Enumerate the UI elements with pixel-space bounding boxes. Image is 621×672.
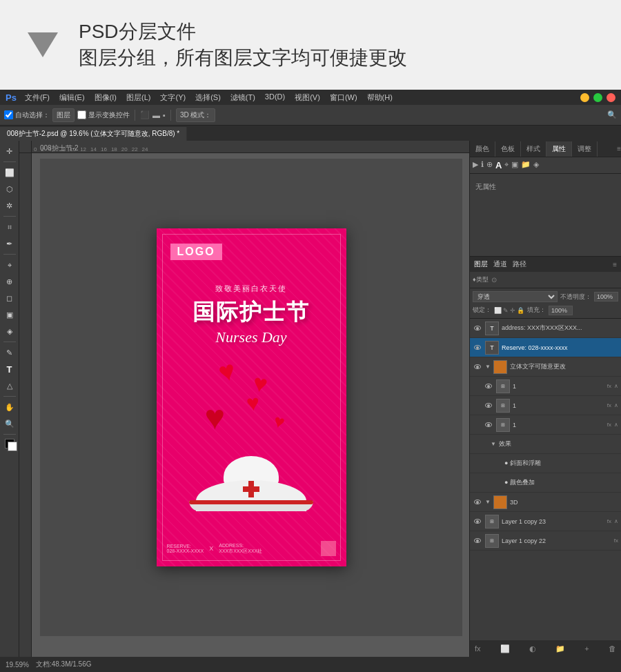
- blend-mode-dropdown[interactable]: 穿透 正常: [473, 291, 558, 302]
- layer-visibility-eye[interactable]: [484, 382, 493, 391]
- tab-styles[interactable]: 样式: [521, 141, 546, 157]
- layer-visibility-eye[interactable]: [473, 362, 482, 372]
- layer-item[interactable]: ⊞ 1 fx ∧: [470, 396, 621, 415]
- menu-window[interactable]: 窗口(W): [326, 91, 362, 104]
- move-tool[interactable]: ✛: [2, 144, 17, 159]
- layer-visibility-eye[interactable]: [473, 324, 482, 333]
- layer-item[interactable]: ⊞ 1 fx ∧: [470, 377, 621, 396]
- auto-select-input[interactable]: [4, 110, 13, 119]
- clone-tool[interactable]: ⊕: [2, 274, 17, 289]
- folder-icon[interactable]: 📁: [521, 160, 531, 170]
- layer-visibility-eye[interactable]: [473, 497, 482, 507]
- layer-item[interactable]: T Reserve: 028-xxxx-xxxx: [470, 338, 621, 357]
- text-icon[interactable]: A: [495, 160, 502, 170]
- adjustment-button[interactable]: ◐: [527, 644, 538, 653]
- menu-filter[interactable]: 滤镜(T): [226, 91, 259, 104]
- menu-select[interactable]: 选择(S): [191, 91, 225, 104]
- box-icon[interactable]: ▣: [511, 160, 518, 170]
- cursor-icon[interactable]: ⌖: [504, 160, 509, 170]
- tab-paths[interactable]: 路径: [513, 259, 526, 269]
- layer-visibility-eye[interactable]: [473, 536, 482, 546]
- menu-edit[interactable]: 编辑(E): [55, 91, 89, 104]
- eraser-tool[interactable]: ◻: [2, 290, 17, 306]
- layer-item-group[interactable]: ▼ 立体文字可随意更改: [470, 357, 621, 377]
- opacity-value[interactable]: 100%: [594, 292, 618, 302]
- tab-color[interactable]: 颜色: [470, 141, 495, 157]
- gradient-tool[interactable]: ▣: [2, 307, 17, 322]
- expand-icon[interactable]: ∧: [614, 422, 618, 428]
- effect-arrow-icon[interactable]: ▼: [491, 441, 496, 447]
- search-icon[interactable]: 🔍: [607, 110, 617, 119]
- blur-tool[interactable]: ◈: [2, 324, 17, 339]
- tab-layers[interactable]: 图层: [474, 259, 488, 269]
- expand-icon[interactable]: ∧: [614, 402, 618, 408]
- window-controls[interactable]: [580, 93, 615, 102]
- crop-tool[interactable]: ⌗: [2, 219, 17, 235]
- layers-menu-btn[interactable]: ≡: [613, 261, 617, 268]
- shape-tool[interactable]: △: [2, 378, 17, 393]
- fill-value[interactable]: 100%: [549, 306, 573, 315]
- align-right-icon[interactable]: ▪: [163, 111, 166, 119]
- layer-item[interactable]: T address: XXX市XXX区XXX...: [470, 319, 621, 338]
- layer-item[interactable]: ⊞ Layer 1 copy 22 fx: [470, 531, 621, 551]
- layer-item[interactable]: ⊞ Layer 1 copy 23 fx ∧: [470, 512, 621, 531]
- tab-adjustments[interactable]: 调整: [572, 141, 598, 157]
- layer-visibility-eye[interactable]: [473, 343, 482, 353]
- marquee-tool[interactable]: ⬜: [2, 165, 17, 180]
- 3d-icon[interactable]: ◈: [533, 160, 539, 170]
- zoom-tool[interactable]: 🔍: [2, 416, 17, 431]
- lock-position-icon[interactable]: ✛: [510, 307, 515, 314]
- lock-transparent-icon[interactable]: ⬜: [494, 307, 502, 314]
- menu-view[interactable]: 视图(V): [290, 91, 324, 104]
- menu-file[interactable]: 文件(F): [21, 91, 54, 104]
- menu-help[interactable]: 帮助(H): [363, 91, 397, 104]
- add-mask-button[interactable]: ⬜: [498, 644, 512, 653]
- layer-visibility-eye[interactable]: [484, 401, 493, 411]
- group-arrow-icon[interactable]: ▼: [485, 499, 491, 505]
- delete-layer-button[interactable]: 🗑: [607, 644, 618, 653]
- group-arrow-icon[interactable]: ▼: [485, 364, 491, 370]
- info-icon[interactable]: ℹ: [481, 160, 484, 170]
- new-layer-button[interactable]: +: [582, 644, 591, 653]
- foreground-color[interactable]: [2, 437, 17, 453]
- tab-swatches[interactable]: 色板: [495, 141, 521, 157]
- target-icon[interactable]: ⊕: [486, 160, 493, 170]
- canvas-area[interactable]: 0 2 4 6 8 10 12 14 16 18 20 22 24 008护士节…: [19, 141, 469, 657]
- lock-all-icon[interactable]: 🔒: [517, 307, 524, 314]
- magic-wand-tool[interactable]: ✲: [2, 198, 17, 213]
- panel-menu-btn[interactable]: ≡: [617, 145, 621, 152]
- transform-checkbox[interactable]: 显示变换控件: [77, 110, 130, 120]
- lock-pixels-icon[interactable]: ✎: [503, 307, 509, 314]
- layer-visibility-eye[interactable]: [473, 517, 482, 526]
- fx-button[interactable]: fx: [473, 644, 483, 653]
- lasso-tool[interactable]: ⬡: [2, 181, 17, 197]
- pen-tool[interactable]: ✎: [2, 345, 17, 360]
- menu-3d[interactable]: 3D(D): [261, 91, 289, 104]
- expand-icon[interactable]: ∧: [614, 518, 618, 524]
- tab-channels[interactable]: 通道: [493, 259, 507, 269]
- document-tab[interactable]: 008护士节-2.psd @ 19.6% (立体文字可随意改, RGB/8) *: [0, 127, 187, 141]
- folder-button[interactable]: 📁: [553, 644, 567, 653]
- play-icon[interactable]: ▶: [473, 160, 478, 170]
- brush-tool[interactable]: ⌖: [2, 257, 17, 273]
- menu-image[interactable]: 图像(I): [90, 91, 121, 104]
- layer-item-effect-group[interactable]: ▼ 效果: [470, 435, 621, 454]
- eyedropper-tool[interactable]: ✒: [2, 236, 17, 251]
- menu-text[interactable]: 文字(Y): [156, 91, 190, 104]
- layer-item-3d-group[interactable]: ▼ 3D: [470, 493, 621, 512]
- window-maximize[interactable]: [593, 93, 602, 102]
- layer-item[interactable]: ⊞ 1 fx ∧: [470, 415, 621, 435]
- transform-input[interactable]: [77, 110, 86, 119]
- layer-dropdown[interactable]: 图层: [52, 108, 75, 122]
- hand-tool[interactable]: ✋: [2, 399, 17, 415]
- expand-icon[interactable]: ∧: [614, 383, 618, 389]
- align-left-icon[interactable]: ⬛: [140, 110, 150, 119]
- tab-properties[interactable]: 属性: [546, 141, 572, 157]
- text-tool[interactable]: T: [2, 362, 17, 377]
- filter-toggle[interactable]: ⊙: [491, 276, 497, 284]
- window-close[interactable]: [607, 93, 615, 102]
- align-center-icon[interactable]: ▬: [152, 111, 160, 119]
- auto-select-checkbox[interactable]: 自动选择：: [4, 110, 50, 120]
- window-minimize[interactable]: [580, 93, 589, 102]
- menu-bar[interactable]: 文件(F) 编辑(E) 图像(I) 图层(L) 文字(Y) 选择(S) 滤镜(T…: [21, 91, 397, 104]
